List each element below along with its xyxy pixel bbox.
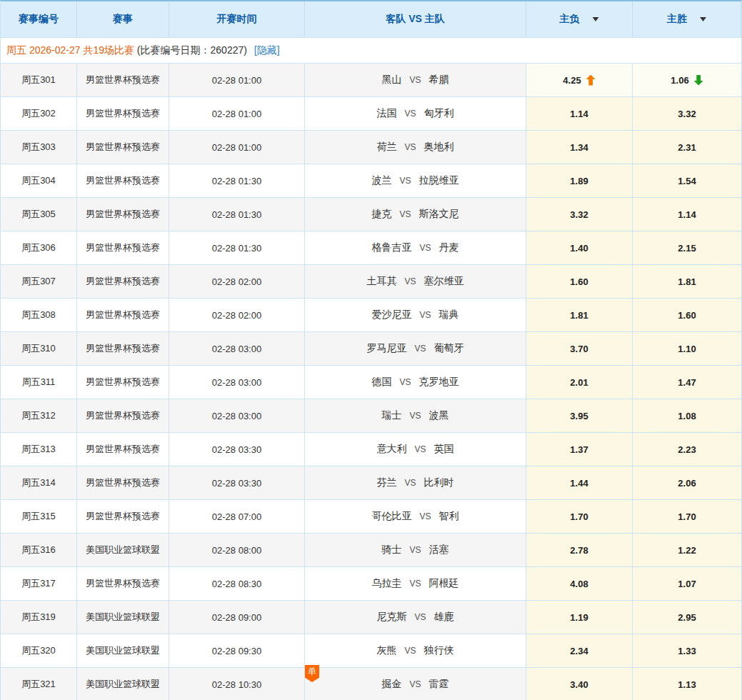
away-team: 德国 [371,376,391,389]
league-name: 男篮世界杯预选赛 [86,141,160,154]
teams-cell: 格鲁吉亚 VS 丹麦 [305,231,526,264]
match-no: 周五317 [21,577,56,590]
column-header-league: 赛事 [77,1,169,37]
home-loss-odds-cell[interactable]: 1.70 [526,500,633,533]
column-header-home-win: 主胜 [633,1,741,37]
home-win-odds-cell[interactable]: 1.13 [633,668,741,700]
home-loss-odds-cell[interactable]: 1.40 [526,231,633,264]
home-team: 智利 [439,510,459,523]
start-time-cell: 02-28 03:00 [169,366,305,399]
home-team: 希腊 [429,74,449,86]
hide-link[interactable]: [隐藏] [254,44,280,57]
home-win-odds-cell[interactable]: 2.23 [633,433,741,466]
league-cell: 男篮世界杯预选赛 [77,164,169,197]
home-loss-odds-cell[interactable]: 1.89 [526,164,633,197]
table-row: 周五304 男篮世界杯预选赛 02-28 01:30 波兰 VS 拉脱维亚 1.… [1,164,741,197]
league-name: 男篮世界杯预选赛 [86,577,160,590]
home-win-odds-cell[interactable]: 1.60 [633,299,741,331]
league-cell: 男篮世界杯预选赛 [77,265,169,298]
table-row: 周五320 美国职业篮球联盟 02-28 09:30 灰熊 VS 独行侠 2.3… [1,634,741,667]
match-no-cell: 周五306 [1,231,77,264]
table-row: 周五301 男篮世界杯预选赛 02-28 01:00 黑山 VS 希腊 4.25… [1,63,741,96]
teams-cell: 荷兰 VS 奥地利 [305,131,526,164]
home-win-odds-cell[interactable]: 1.10 [633,332,741,365]
home-loss-odds-cell[interactable]: 2.78 [526,534,633,566]
home-loss-odds-cell[interactable]: 1.44 [526,466,633,499]
home-loss-odds: 1.19 [570,612,588,623]
home-loss-odds: 3.95 [570,411,588,421]
home-loss-odds-cell[interactable]: 3.95 [526,399,633,432]
home-team: 匈牙利 [424,107,454,120]
home-win-odds: 1.60 [678,310,696,321]
home-win-odds-cell[interactable]: 1.47 [633,366,741,399]
home-loss-odds-cell[interactable]: 1.81 [526,299,633,331]
league-name: 美国职业篮球联盟 [86,611,160,624]
home-loss-odds-cell[interactable]: 4.25 [526,64,633,96]
home-win-odds-cell[interactable]: 2.06 [633,466,741,499]
home-loss-odds-cell[interactable]: 1.34 [526,131,633,164]
teams-cell: 黑山 VS 希腊 [305,64,526,96]
table-row: 周五307 男篮世界杯预选赛 02-28 02:00 土耳其 VS 塞尔维亚 1… [1,264,741,298]
away-team: 意大利 [376,443,406,456]
sort-dropdown-icon[interactable] [700,17,706,21]
vs-label: VS [414,444,426,454]
column-header-label: 赛事 [113,13,133,26]
home-win-odds-cell[interactable]: 2.15 [633,231,741,264]
home-win-odds: 1.54 [678,176,696,186]
home-loss-odds-cell[interactable]: 2.01 [526,366,633,399]
league-name: 男篮世界杯预选赛 [86,309,160,321]
teams-cell: 意大利 VS 英国 [305,433,526,466]
vs-label: VS [414,344,426,354]
league-name: 男篮世界杯预选赛 [86,241,160,254]
sort-dropdown-icon[interactable] [593,17,599,21]
start-time: 02-28 03:30 [212,444,261,455]
home-loss-odds: 3.40 [570,679,588,690]
home-win-odds-cell[interactable]: 1.33 [633,634,741,667]
home-win-odds-cell[interactable]: 1.07 [633,567,741,600]
home-team: 克罗地亚 [419,376,459,389]
home-loss-odds-cell[interactable]: 1.60 [526,265,633,298]
home-win-odds-cell[interactable]: 1.54 [633,164,741,197]
home-loss-odds-cell[interactable]: 2.34 [526,634,633,667]
home-win-odds-cell[interactable]: 2.95 [633,601,741,634]
table-row: 周五305 男篮世界杯预选赛 02-28 01:30 捷克 VS 斯洛文尼 3.… [1,197,741,231]
start-time-cell: 02-28 02:00 [169,299,305,331]
home-win-odds: 1.07 [678,579,696,589]
home-loss-odds-cell[interactable]: 1.37 [526,433,633,466]
home-win-odds-cell[interactable]: 1.08 [633,399,741,432]
start-time: 02-28 02:00 [212,310,261,321]
home-loss-odds: 4.25 [563,75,581,86]
home-loss-odds: 3.32 [570,209,588,220]
start-time-cell: 02-28 01:00 [169,131,305,164]
home-loss-odds-cell[interactable]: 3.70 [526,332,633,365]
home-win-odds-cell[interactable]: 1.81 [633,265,741,298]
home-loss-odds-cell[interactable]: 3.32 [526,198,633,231]
home-win-odds-cell[interactable]: 3.32 [633,97,741,130]
league-cell: 男篮世界杯预选赛 [77,97,169,130]
home-win-odds-cell[interactable]: 1.70 [633,500,741,533]
home-loss-odds-cell[interactable]: 4.08 [526,567,633,600]
home-loss-odds-cell[interactable]: 1.19 [526,601,633,634]
league-cell: 男篮世界杯预选赛 [77,567,169,600]
home-win-odds-cell[interactable]: 1.06 [633,64,741,96]
away-team: 乌拉圭 [371,577,401,590]
home-team: 瑞典 [439,309,459,321]
start-time: 02-28 08:00 [212,545,261,556]
away-team: 法国 [376,107,396,120]
home-loss-odds-cell[interactable]: 3.40 [526,668,633,700]
match-no-cell: 周五313 [1,433,77,466]
home-win-odds-cell[interactable]: 1.22 [633,534,741,566]
odds-table: 赛事编号 赛事 开赛时间 客队 VS 主队 主负 主胜 周五 2026-02-2… [0,0,742,700]
teams-cell: 瑞士 VS 波黑 [305,399,526,432]
home-win-odds-cell[interactable]: 2.31 [633,131,741,164]
home-loss-odds: 1.81 [570,310,588,321]
home-win-odds: 2.31 [678,142,696,153]
start-time: 02-28 09:00 [212,612,261,623]
home-win-odds: 1.33 [678,646,696,656]
home-win-odds-cell[interactable]: 1.14 [633,198,741,231]
vs-label: VS [404,478,416,488]
vs-label: VS [409,411,421,421]
league-cell: 男篮世界杯预选赛 [77,433,169,466]
home-loss-odds-cell[interactable]: 1.14 [526,97,633,130]
away-team: 灰熊 [376,644,396,657]
